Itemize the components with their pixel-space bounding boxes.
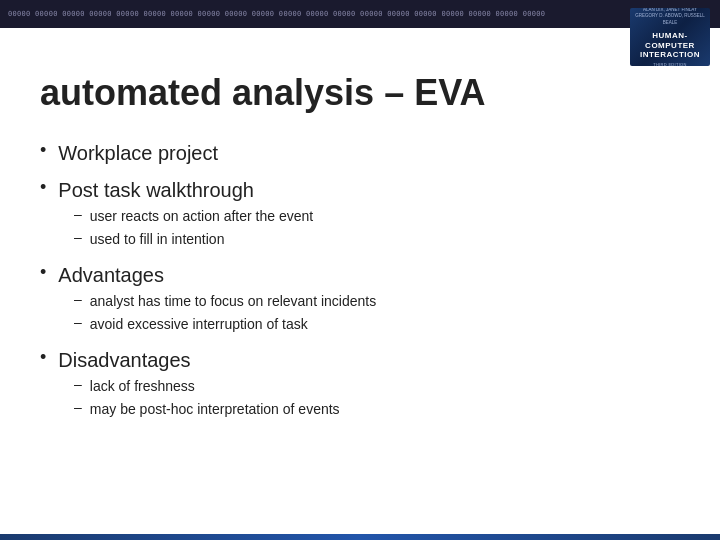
bullet-dot-3: • bbox=[40, 262, 46, 283]
sub-bullet-4-2: – may be post-hoc interpretation of even… bbox=[74, 399, 680, 420]
top-bar-text: 00000 00000 00000 00000 00000 00000 0000… bbox=[8, 10, 545, 18]
bullet-section-3: • Advantages – analyst has time to focus… bbox=[40, 264, 680, 335]
bullet-text-4: Disadvantages bbox=[58, 349, 190, 372]
sub-bullet-2-1: – user reacts on action after the event bbox=[74, 206, 680, 227]
bottom-accent bbox=[0, 534, 720, 540]
book-edition: THIRD EDITION bbox=[653, 62, 686, 66]
bullet-text-2: Post task walkthrough bbox=[58, 179, 254, 202]
bullet-dot-1: • bbox=[40, 140, 46, 161]
book-author: ALAN DIX, JANET FINLAY GREGORY D. ABOWD,… bbox=[634, 8, 706, 26]
bullet-item-3: • Advantages bbox=[40, 264, 680, 287]
bullet-dot-2: • bbox=[40, 177, 46, 198]
sub-bullets-3: – analyst has time to focus on relevant … bbox=[74, 291, 680, 335]
sub-bullet-text-3-2: avoid excessive interruption of task bbox=[90, 314, 308, 335]
sub-bullet-2-2: – used to fill in intention bbox=[74, 229, 680, 250]
sub-dash-2-2: – bbox=[74, 229, 82, 245]
sub-bullet-4-1: – lack of freshness bbox=[74, 376, 680, 397]
sub-bullet-3-2: – avoid excessive interruption of task bbox=[74, 314, 680, 335]
sub-bullet-text-4-1: lack of freshness bbox=[90, 376, 195, 397]
book-title: HUMAN-COMPUTER INTERACTION bbox=[634, 31, 706, 60]
bullet-text-3: Advantages bbox=[58, 264, 164, 287]
sub-dash-4-1: – bbox=[74, 376, 82, 392]
sub-dash-3-1: – bbox=[74, 291, 82, 307]
bullet-item-2: • Post task walkthrough bbox=[40, 179, 680, 202]
slide: 00000 00000 00000 00000 00000 00000 0000… bbox=[0, 0, 720, 540]
sub-bullet-text-2-2: used to fill in intention bbox=[90, 229, 225, 250]
slide-title: automated analysis – EVA bbox=[40, 72, 680, 114]
bullet-section-4: • Disadvantages – lack of freshness – ma… bbox=[40, 349, 680, 420]
bullet-item-1: • Workplace project bbox=[40, 142, 680, 165]
sub-dash-4-2: – bbox=[74, 399, 82, 415]
book-cover: ALAN DIX, JANET FINLAY GREGORY D. ABOWD,… bbox=[630, 8, 710, 66]
sub-bullet-text-2-1: user reacts on action after the event bbox=[90, 206, 313, 227]
sub-dash-2-1: – bbox=[74, 206, 82, 222]
sub-bullet-text-3-1: analyst has time to focus on relevant in… bbox=[90, 291, 376, 312]
sub-dash-3-2: – bbox=[74, 314, 82, 330]
sub-bullet-text-4-2: may be post-hoc interpretation of events bbox=[90, 399, 340, 420]
bullet-section-2: • Post task walkthrough – user reacts on… bbox=[40, 179, 680, 250]
bullet-item-4: • Disadvantages bbox=[40, 349, 680, 372]
bullet-section-1: • Workplace project bbox=[40, 142, 680, 165]
top-bar: 00000 00000 00000 00000 00000 00000 0000… bbox=[0, 0, 720, 28]
sub-bullet-3-1: – analyst has time to focus on relevant … bbox=[74, 291, 680, 312]
bullet-text-1: Workplace project bbox=[58, 142, 218, 165]
sub-bullets-4: – lack of freshness – may be post-hoc in… bbox=[74, 376, 680, 420]
bullet-dot-4: • bbox=[40, 347, 46, 368]
sub-bullets-2: – user reacts on action after the event … bbox=[74, 206, 680, 250]
